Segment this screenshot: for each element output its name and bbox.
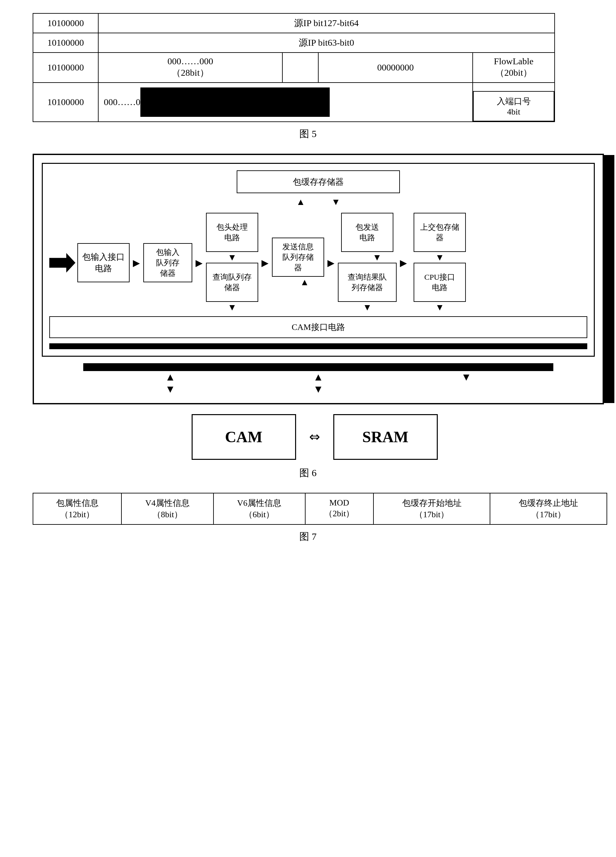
arrow-down-from-buf: ▼: [331, 196, 341, 207]
table-row: 10100000 源IP bit63-bit0: [33, 33, 555, 53]
pkt-in-queue-box: 包输入队列存储器: [143, 243, 192, 282]
table-cell: 源IP bit63-bit0: [98, 33, 555, 53]
fig7-table: 包属性信息（12bit） V4属性信息（8bit） V6属性信息（6bit） M…: [33, 493, 607, 525]
bus-arrow-up-2: ▲: [313, 371, 323, 383]
bus-arrow-down-2: ▼: [313, 383, 323, 395]
pkt-head-proc-box: 包头处理电路: [206, 213, 258, 252]
right-column: 上交包存储器 ▼ CPU接口电路 ▼: [413, 213, 466, 313]
table-cell-port: 入端口号4bit: [473, 83, 555, 122]
table-cell: 10100000: [33, 83, 98, 122]
arrow-down-to-cam: ▼: [228, 302, 237, 313]
table-cell: FlowLable（20bit）: [473, 53, 555, 83]
cam-sram-row: CAM ⇔ SRAM: [33, 414, 596, 460]
fig6-label: 图 6: [20, 466, 596, 480]
fig5-table: 10100000 源IP bit127-bit64 10100000 源IP b…: [33, 13, 555, 122]
fig7-container: 包属性信息（12bit） V4属性信息（8bit） V6属性信息（6bit） M…: [20, 493, 596, 543]
arrow-down-cpu: ▼: [435, 252, 444, 263]
bottom-bus: [83, 363, 553, 371]
cpu-iface-box: CPU接口电路: [413, 263, 466, 302]
table-cell: 00000000: [318, 53, 473, 83]
inner-bus-line: [49, 343, 587, 349]
fd-inner: 包缓存存储器 ▲ ▼ 包输入接口电路: [42, 163, 595, 357]
cam-iface-box: CAM接口电路: [49, 316, 587, 338]
pkt-send-column: 包发送电路 ▼ 查询结果队列存储器 ▼: [338, 213, 397, 313]
table-row: 10100000 000……0 入端口号4bit: [33, 83, 555, 122]
arrow-2: ▶: [194, 257, 204, 268]
table-cell: 源IP bit127-bit64: [98, 13, 555, 33]
right-thick-bar: [603, 155, 614, 403]
arrow-down-to-cam2: ▼: [363, 302, 372, 313]
col-mod: MOD（2bit）: [305, 493, 373, 524]
table-row: 10100000 源IP bit127-bit64: [33, 13, 555, 33]
bus-arrow-down-3: ▼: [461, 371, 471, 383]
bus-arrow-up-1: ▲: [165, 371, 176, 383]
table-cell-redacted: 000……0: [98, 83, 473, 122]
page-wrapper: 10100000 源IP bit127-bit64 10100000 源IP b…: [0, 0, 616, 562]
cam-to-sram-arrows: ⇔: [309, 429, 320, 444]
arrow-up-from-buf: ▲: [296, 196, 305, 207]
send-info-queue-box: 发送信息队列存储器: [272, 238, 324, 277]
table-cell: 10100000: [33, 13, 98, 33]
top-row: 包缓存存储器 ▲ ▼: [49, 170, 587, 207]
arrow-1: ▶: [132, 257, 141, 268]
table-cell: [282, 53, 318, 83]
send-column: 发送信息队列存储器 ▲: [272, 238, 324, 288]
entry-arrow-left: [49, 253, 76, 272]
entry-arrow-icon: [49, 253, 76, 272]
center-column: 包头处理电路 ▼ 查询队列存储器 ▼: [206, 213, 258, 313]
cam-sram-arrow: ⇔: [309, 429, 320, 444]
proc-row: 包输入接口电路 ▶ 包输入队列存储器 ▶ 包头处理电路 ▼ 查询队: [49, 213, 587, 313]
arrow-out-right: ▶: [399, 257, 409, 268]
table-cell: 10100000: [33, 33, 98, 53]
sram-box: SRAM: [333, 414, 438, 460]
arrow-down-to-query: ▼: [228, 252, 237, 263]
col-v6-attr: V6属性信息（6bit）: [214, 493, 305, 524]
fig6-diagram: 包缓存存储器 ▲ ▼ 包输入接口电路: [33, 154, 604, 404]
table-cell: 000……000（28bit）: [98, 53, 282, 83]
col-v4-attr: V4属性信息（8bit）: [121, 493, 213, 524]
table-row: 包属性信息（12bit） V4属性信息（8bit） V6属性信息（6bit） M…: [33, 493, 607, 524]
col-pkt-attr: 包属性信息（12bit）: [33, 493, 121, 524]
bus-arrow-down-1: ▼: [165, 383, 176, 395]
redacted-area: [140, 87, 330, 117]
pkt-in-iface-box: 包输入接口电路: [77, 243, 130, 282]
fig6-container: 包缓存存储器 ▲ ▼ 包输入接口电路: [20, 154, 596, 480]
arrow-3: ▶: [260, 257, 270, 268]
query-result-box: 查询结果队列存储器: [338, 263, 397, 302]
fig5-container: 10100000 源IP bit127-bit64 10100000 源IP b…: [20, 13, 596, 141]
arrow-4: ▶: [326, 257, 336, 268]
table-cell: 10100000: [33, 53, 98, 83]
col-buf-end: 包缓存终止地址（17bit）: [490, 493, 607, 524]
fig7-label: 图 7: [20, 530, 596, 543]
arrow-down-r: ▼: [373, 252, 382, 263]
cam-box: CAM: [192, 414, 296, 460]
table-row: 10100000 000……000（28bit） 00000000 FlowLa…: [33, 53, 555, 83]
arrow-up: ▲: [300, 277, 309, 288]
bus-arrows: ▲ ▼ ▲ ▼ ▼: [83, 371, 553, 395]
arrow-down-cpu2: ▼: [435, 302, 444, 313]
pkt-buf-box: 包缓存存储器: [237, 170, 400, 193]
query-queue-box: 查询队列存储器: [206, 263, 258, 302]
col-buf-start: 包缓存开始地址（17bit）: [373, 493, 490, 524]
cam-interface-row: CAM接口电路: [49, 316, 587, 338]
pkt-send-box: 包发送电路: [341, 213, 393, 252]
fig5-label: 图 5: [20, 127, 596, 141]
upper-pkt-buf-box: 上交包存储器: [413, 213, 466, 252]
